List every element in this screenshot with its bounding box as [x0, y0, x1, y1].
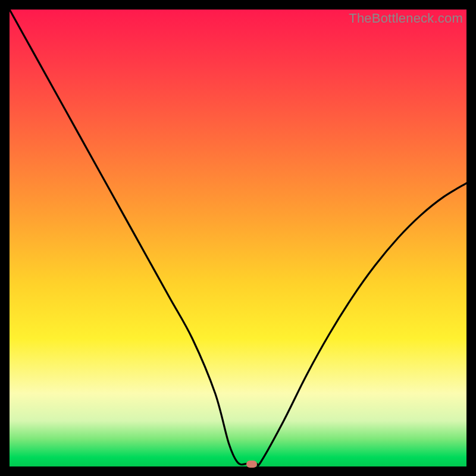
plot-area: TheBottleneck.com — [10, 10, 466, 466]
curve-path — [10, 10, 466, 465]
bottleneck-curve — [10, 10, 466, 466]
optimum-marker — [246, 461, 257, 468]
chart-frame: TheBottleneck.com — [0, 0, 476, 476]
attribution-label: TheBottleneck.com — [349, 11, 463, 26]
